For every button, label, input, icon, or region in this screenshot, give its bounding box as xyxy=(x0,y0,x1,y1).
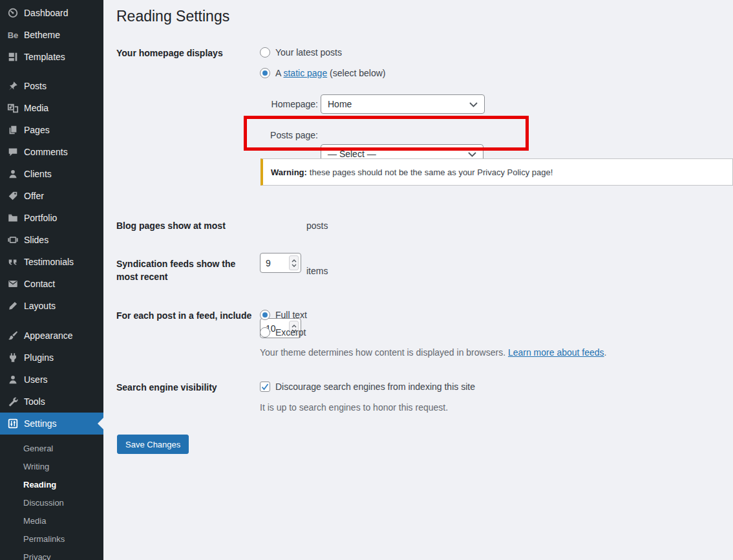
static-page-link[interactable]: static page xyxy=(283,68,327,78)
warning-prefix: Warning: xyxy=(271,167,307,177)
dashboard-icon xyxy=(6,6,19,19)
sidebar-item-layouts[interactable]: Layouts xyxy=(0,295,103,317)
plug-icon xyxy=(6,351,19,364)
sidebar-item-label: Settings xyxy=(24,418,57,429)
syndication-suffix: items xyxy=(306,264,328,277)
feed-include-label: For each post in a feed, include xyxy=(116,309,251,322)
submenu-item-privacy[interactable]: Privacy xyxy=(0,548,103,560)
slides-icon xyxy=(6,233,19,246)
sidebar-item-label: Posts xyxy=(24,81,47,91)
sidebar-item-label: Testimonials xyxy=(24,257,74,267)
search-visibility-label: Search engine visibility xyxy=(116,381,217,394)
sidebar-item-posts[interactable]: Posts xyxy=(0,75,103,97)
sidebar-item-label: Dashboard xyxy=(24,8,69,18)
latest-posts-label: Your latest posts xyxy=(275,46,342,59)
excerpt-option: Excerpt xyxy=(260,326,306,339)
chevron-down-icon xyxy=(469,102,478,107)
sidebar-item-media[interactable]: Media xyxy=(0,97,103,119)
latest-posts-radio[interactable] xyxy=(260,47,270,58)
posts-page-select-value: — Select — xyxy=(328,149,376,159)
sidebar-item-label: Users xyxy=(24,374,48,385)
sidebar-item-slides[interactable]: Slides xyxy=(0,229,103,251)
search-visibility-note: It is up to search engines to honor this… xyxy=(260,401,448,414)
excerpt-radio[interactable] xyxy=(260,327,270,338)
main-content: Reading Settings Your homepage displays … xyxy=(103,0,733,560)
admin-menu: Dashboard Be Betheme Templates Posts Med… xyxy=(0,0,103,435)
submenu-item-permalinks[interactable]: Permalinks xyxy=(0,530,103,548)
discourage-indexing-checkbox[interactable] xyxy=(260,382,270,392)
posts-page-select-label: Posts page: xyxy=(260,129,318,141)
media-icon xyxy=(6,102,19,114)
static-page-label: A static page (select below) xyxy=(275,67,385,80)
menu-separator xyxy=(0,68,103,75)
tag-icon xyxy=(6,189,19,202)
save-changes-button[interactable]: Save Changes xyxy=(117,435,189,454)
sidebar-item-label: Portfolio xyxy=(24,213,57,223)
spinner-down-icon xyxy=(292,264,297,267)
sidebar-item-testimonials[interactable]: Testimonials xyxy=(0,251,103,273)
sidebar-item-comments[interactable]: Comments xyxy=(0,141,103,163)
settings-icon xyxy=(6,417,19,430)
sidebar-item-label: Templates xyxy=(24,52,65,62)
sidebar-item-appearance[interactable]: Appearance xyxy=(0,325,103,347)
sidebar-item-offer[interactable]: Offer xyxy=(0,185,103,207)
spinner-up-icon xyxy=(292,259,297,263)
sidebar-item-pages[interactable]: Pages xyxy=(0,119,103,141)
sidebar-item-settings[interactable]: Settings xyxy=(0,413,103,435)
homepage-select[interactable]: Home xyxy=(321,94,485,114)
submenu-item-writing[interactable]: Writing xyxy=(0,458,103,476)
sidebar-item-betheme[interactable]: Be Betheme xyxy=(0,24,103,46)
homepage-select-label: Homepage: xyxy=(260,98,318,110)
settings-submenu: General Writing Reading Discussion Media… xyxy=(0,435,103,560)
discourage-indexing-option: Discourage search engines from indexing … xyxy=(260,380,475,393)
sidebar-item-portfolio[interactable]: Portfolio xyxy=(0,207,103,229)
static-page-radio[interactable] xyxy=(260,68,270,78)
quotes-icon xyxy=(6,255,19,268)
templates-icon xyxy=(6,50,19,63)
feed-description: Your theme determines how content is dis… xyxy=(260,346,606,359)
page-title: Reading Settings xyxy=(116,7,229,26)
learn-more-feeds-link[interactable]: Learn more about feeds xyxy=(508,347,604,358)
sidebar-item-users[interactable]: Users xyxy=(0,369,103,391)
folder-icon xyxy=(6,211,19,224)
blog-pages-label: Blog pages show at most xyxy=(116,219,226,232)
sidebar-item-label: Clients xyxy=(24,169,52,179)
full-text-label: Full text xyxy=(275,308,307,321)
wrench-icon xyxy=(6,395,19,408)
syndication-label: Syndication feeds show the most recent xyxy=(116,257,246,283)
envelope-icon xyxy=(6,277,19,290)
blog-pages-input-wrap xyxy=(260,253,301,273)
betheme-icon: Be xyxy=(6,28,19,41)
blog-pages-suffix: posts xyxy=(306,219,328,232)
submenu-item-reading[interactable]: Reading xyxy=(0,476,103,494)
discourage-indexing-label: Discourage search engines from indexing … xyxy=(275,380,475,393)
sidebar-item-tools[interactable]: Tools xyxy=(0,391,103,413)
submenu-item-media[interactable]: Media xyxy=(0,512,103,530)
person-icon xyxy=(6,167,19,180)
sidebar-item-label: Plugins xyxy=(24,352,54,363)
submenu-item-general[interactable]: General xyxy=(0,440,103,458)
sidebar-item-contact[interactable]: Contact xyxy=(0,273,103,295)
static-page-option: A static page (select below) xyxy=(260,67,385,80)
sidebar-item-dashboard[interactable]: Dashboard xyxy=(0,2,103,24)
admin-sidebar: Dashboard Be Betheme Templates Posts Med… xyxy=(0,0,103,560)
menu-separator xyxy=(0,317,103,325)
sidebar-item-clients[interactable]: Clients xyxy=(0,163,103,185)
warning-text: these pages should not be the same as yo… xyxy=(310,167,553,177)
full-text-radio[interactable] xyxy=(260,310,270,320)
pushpin-icon xyxy=(6,80,19,92)
submenu-item-discussion[interactable]: Discussion xyxy=(0,494,103,512)
sidebar-item-label: Betheme xyxy=(24,30,60,40)
homepage-displays-label: Your homepage displays xyxy=(116,47,223,59)
warning-notice: Warning: these pages should not be the s… xyxy=(260,158,733,186)
sidebar-item-plugins[interactable]: Plugins xyxy=(0,347,103,369)
brush-icon xyxy=(6,329,19,342)
number-spinner[interactable] xyxy=(289,255,299,270)
sidebar-item-label: Media xyxy=(24,103,48,113)
comment-icon xyxy=(6,145,19,158)
chevron-down-icon xyxy=(468,152,476,157)
sidebar-item-label: Appearance xyxy=(24,330,73,341)
sidebar-item-templates[interactable]: Templates xyxy=(0,46,103,68)
sidebar-item-label: Layouts xyxy=(24,301,56,311)
blog-pages-input[interactable] xyxy=(260,253,285,272)
